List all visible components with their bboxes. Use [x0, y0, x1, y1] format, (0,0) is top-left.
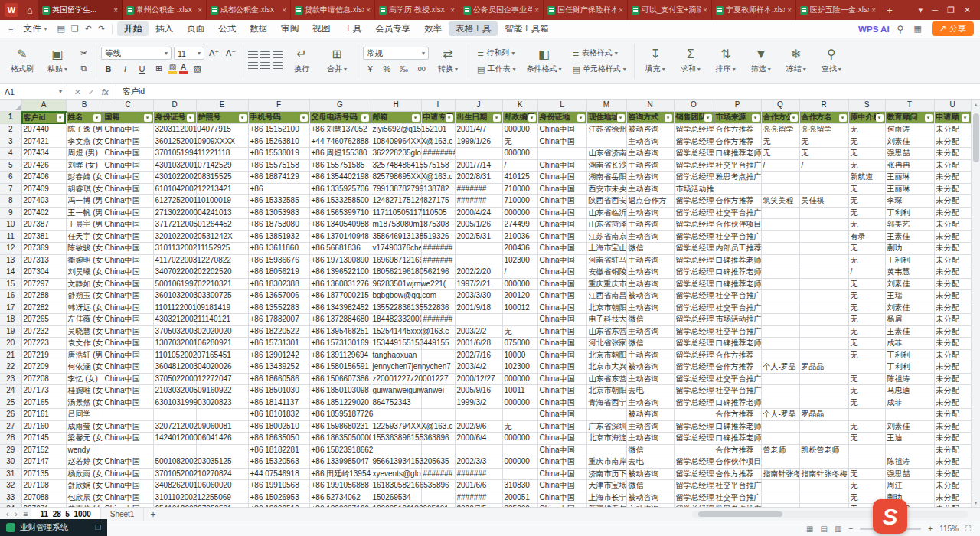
- cell[interactable]: China中国: [103, 480, 153, 492]
- cell[interactable]: China中国: [103, 420, 153, 433]
- cell[interactable]: 主动咨询: [626, 207, 674, 219]
- cell[interactable]: China中国: [537, 338, 586, 350]
- cell[interactable]: 未分配: [934, 397, 971, 409]
- cell[interactable]: 612725200110100019: [153, 195, 196, 208]
- row-number[interactable]: 30: [0, 456, 21, 469]
- cell[interactable]: 亮亮留学: [799, 124, 848, 136]
- header-cell[interactable]: 现住地址▾: [586, 112, 626, 124]
- cell[interactable]: 陈祖涛: [885, 456, 934, 469]
- wps-floating-logo[interactable]: S: [873, 499, 907, 534]
- cell[interactable]: 无: [761, 136, 799, 148]
- cell[interactable]: [761, 314, 799, 326]
- cell[interactable]: 彭春婧 (女: [66, 172, 103, 184]
- cell[interactable]: 合作方推荐: [714, 124, 761, 136]
- cell[interactable]: [799, 314, 848, 326]
- cell[interactable]: 169698712169698712: [371, 254, 421, 266]
- cell[interactable]: +86 18101832: [248, 409, 309, 421]
- cell[interactable]: 社交平台推广: [714, 325, 761, 338]
- paste-button[interactable]: ▣ 粘贴▾: [41, 41, 74, 81]
- cell[interactable]: 370502200012272047: [153, 373, 196, 385]
- header-cell[interactable]: 客户id▾: [21, 112, 66, 124]
- cell[interactable]: 罗晶晶: [799, 409, 848, 421]
- redo-icon[interactable]: ↷: [96, 24, 107, 34]
- align-middle-icon[interactable]: [260, 51, 270, 60]
- cell[interactable]: 留学总经理: [674, 195, 714, 208]
- cell[interactable]: 罗晶晶: [799, 361, 848, 374]
- cell[interactable]: 2000/7/5: [455, 504, 502, 508]
- cell[interactable]: 主动咨询: [626, 420, 674, 433]
- cell[interactable]: [103, 409, 153, 421]
- cell[interactable]: 广东省深圳市: [586, 420, 626, 433]
- cell[interactable]: 310110200212255069: [153, 492, 196, 504]
- cell[interactable]: 河北省张家口: [586, 338, 626, 350]
- cell[interactable]: [885, 409, 934, 421]
- cell[interactable]: 蒯玏: [885, 243, 934, 255]
- row-number[interactable]: 4: [0, 148, 21, 160]
- menu-tab[interactable]: 智能工具箱: [498, 21, 556, 36]
- cell[interactable]: z20001227z20001227: [371, 373, 421, 385]
- cell[interactable]: 主动咨询: [626, 159, 674, 172]
- cell[interactable]: [761, 338, 799, 350]
- cell[interactable]: 无: [848, 183, 885, 195]
- row-number[interactable]: 20: [0, 338, 21, 350]
- cell[interactable]: 310113200211152925: [153, 243, 196, 255]
- filter-icon[interactable]: ▾: [493, 114, 501, 122]
- cell[interactable]: [761, 219, 799, 231]
- cell[interactable]: 北京市海淀区: [586, 433, 626, 445]
- bold-button[interactable]: B: [101, 62, 116, 75]
- cell[interactable]: 周煜 (男): [66, 148, 103, 160]
- cell[interactable]: 207223: [21, 338, 66, 350]
- cell[interactable]: jennychen7jennychen7: [371, 361, 421, 374]
- cell[interactable]: 黄嘉仪 (女: [66, 504, 103, 508]
- cell[interactable]: v17490376chenxinyur: [371, 243, 421, 255]
- cell[interactable]: 重庆市南岸区: [586, 456, 626, 469]
- cell[interactable]: China中国: [103, 148, 153, 160]
- cell[interactable]: 留学总经理: [674, 290, 714, 302]
- underline-button[interactable]: U: [135, 62, 149, 75]
- cell[interactable]: 未分配: [934, 480, 971, 492]
- cell[interactable]: 10011: [502, 385, 537, 397]
- cell[interactable]: 黄韦慧: [885, 266, 934, 279]
- cell[interactable]: 留学总经理: [674, 325, 714, 338]
- cell[interactable]: 山东省菏泽市: [586, 219, 626, 231]
- cell[interactable]: 500108200203035125: [153, 456, 196, 469]
- cell[interactable]: China中国: [537, 159, 586, 172]
- cell[interactable]: 口碑推荐老师: [714, 266, 761, 279]
- cell[interactable]: 207381: [21, 230, 66, 243]
- cell[interactable]: 135522836135522836: [371, 302, 421, 314]
- cell[interactable]: 留学总经理: [674, 219, 714, 231]
- row-number[interactable]: 23: [0, 373, 21, 385]
- filter-icon[interactable]: ▾: [665, 114, 672, 122]
- cell[interactable]: China中国: [537, 325, 586, 338]
- filter-icon[interactable]: ▾: [528, 114, 536, 122]
- cell[interactable]: [761, 207, 799, 219]
- tab-close-icon[interactable]: ×: [366, 6, 371, 15]
- cell[interactable]: 合作方推荐: [714, 361, 761, 374]
- cell[interactable]: 411702200312270822: [153, 254, 196, 266]
- cell[interactable]: 上海市长宁区: [586, 492, 626, 504]
- cell[interactable]: +86 15026953: [248, 492, 309, 504]
- cell[interactable]: [761, 504, 799, 508]
- cell[interactable]: +86 18874129: [248, 172, 309, 184]
- cell[interactable]: 500106199702210321: [153, 278, 196, 290]
- cell[interactable]: 207440: [21, 124, 66, 136]
- cell[interactable]: 180562196180562196: [371, 266, 421, 279]
- cell[interactable]: 电子科技大学: [586, 314, 626, 326]
- cell[interactable]: [196, 444, 248, 456]
- tab-close-icon[interactable]: ×: [198, 6, 202, 15]
- cell[interactable]: +86 15263810: [248, 136, 309, 148]
- convert-button[interactable]: ⇄ 转换▾: [432, 41, 464, 81]
- cell[interactable]: 合作方推荐: [714, 136, 761, 148]
- cell[interactable]: 留学总经理: [674, 207, 714, 219]
- decrease-font-icon[interactable]: A⁻: [224, 47, 238, 60]
- cell[interactable]: 主动咨询: [626, 219, 674, 231]
- cell[interactable]: +86 1506607386: [309, 373, 371, 385]
- cell[interactable]: 207219: [21, 349, 66, 361]
- cell[interactable]: 310830: [502, 480, 537, 492]
- cell[interactable]: [848, 361, 885, 374]
- cell[interactable]: 刘昊曦 (女: [66, 266, 103, 279]
- cell[interactable]: +86 18099519: [248, 504, 309, 508]
- cell[interactable]: 合作方推荐: [714, 195, 761, 208]
- cell[interactable]: China中国: [537, 278, 586, 290]
- row-number[interactable]: 3: [0, 136, 21, 148]
